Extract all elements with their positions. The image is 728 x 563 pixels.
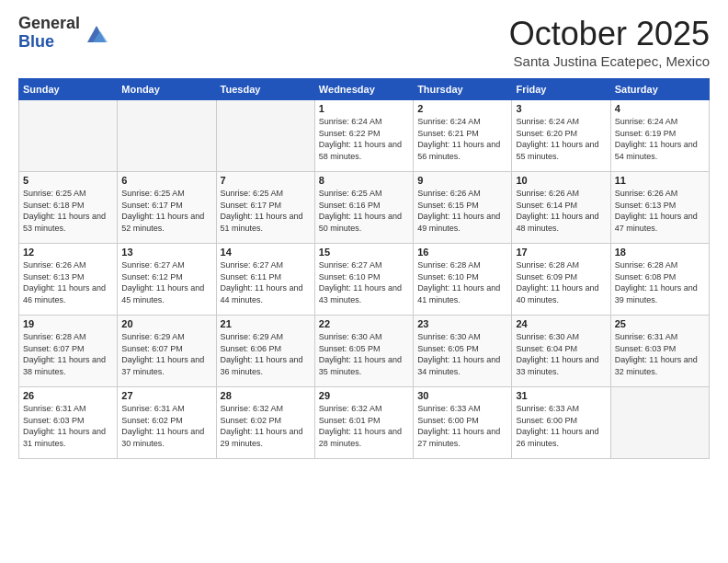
- day-cell: 18Sunrise: 6:28 AMSunset: 6:08 PMDayligh…: [610, 244, 709, 316]
- day-info: Sunrise: 6:25 AMSunset: 6:18 PMDaylight:…: [23, 189, 106, 233]
- day-number: 23: [417, 318, 507, 329]
- day-info: Sunrise: 6:31 AMSunset: 6:03 PMDaylight:…: [615, 332, 698, 376]
- day-number: 27: [121, 390, 211, 401]
- page: General Blue October 2025 Santa Justina …: [0, 0, 728, 563]
- day-cell: 25Sunrise: 6:31 AMSunset: 6:03 PMDayligh…: [610, 316, 709, 387]
- header-row: Sunday Monday Tuesday Wednesday Thursday…: [19, 79, 710, 100]
- day-number: 18: [615, 247, 705, 258]
- day-number: 16: [417, 247, 507, 258]
- day-number: 26: [23, 390, 113, 401]
- day-number: 21: [221, 318, 311, 329]
- week-row-2: 5Sunrise: 6:25 AMSunset: 6:18 PMDaylight…: [19, 172, 710, 244]
- day-cell: 15Sunrise: 6:27 AMSunset: 6:10 PMDayligh…: [314, 244, 413, 316]
- day-number: 31: [516, 390, 606, 401]
- location: Santa Justina Ecatepec, Mexico: [509, 53, 710, 69]
- day-cell: 31Sunrise: 6:33 AMSunset: 6:00 PMDayligh…: [512, 387, 610, 459]
- day-cell: 27Sunrise: 6:31 AMSunset: 6:02 PMDayligh…: [118, 387, 216, 459]
- day-info: Sunrise: 6:24 AMSunset: 6:22 PMDaylight:…: [319, 117, 402, 161]
- day-info: Sunrise: 6:25 AMSunset: 6:17 PMDaylight:…: [221, 189, 303, 233]
- day-cell: 24Sunrise: 6:30 AMSunset: 6:04 PMDayligh…: [512, 316, 610, 387]
- day-info: Sunrise: 6:28 AMSunset: 6:07 PMDaylight:…: [23, 332, 106, 376]
- day-number: 12: [23, 247, 113, 258]
- day-number: 17: [516, 247, 606, 258]
- day-info: Sunrise: 6:25 AMSunset: 6:16 PMDaylight:…: [319, 189, 402, 233]
- day-cell: 9Sunrise: 6:26 AMSunset: 6:15 PMDaylight…: [414, 172, 512, 244]
- col-wednesday: Wednesday: [314, 79, 413, 100]
- day-number: 4: [615, 103, 705, 114]
- day-number: 19: [23, 318, 113, 329]
- day-info: Sunrise: 6:24 AMSunset: 6:21 PMDaylight:…: [417, 117, 500, 161]
- title-area: October 2025 Santa Justina Ecatepec, Mex…: [509, 15, 710, 69]
- header: General Blue October 2025 Santa Justina …: [18, 15, 710, 69]
- day-info: Sunrise: 6:33 AMSunset: 6:00 PMDaylight:…: [417, 404, 500, 448]
- day-info: Sunrise: 6:26 AMSunset: 6:15 PMDaylight:…: [417, 189, 500, 233]
- day-number: 9: [417, 175, 507, 186]
- day-cell: 30Sunrise: 6:33 AMSunset: 6:00 PMDayligh…: [414, 387, 512, 459]
- day-cell: 5Sunrise: 6:25 AMSunset: 6:18 PMDaylight…: [19, 172, 118, 244]
- day-cell: 26Sunrise: 6:31 AMSunset: 6:03 PMDayligh…: [19, 387, 118, 459]
- day-info: Sunrise: 6:29 AMSunset: 6:06 PMDaylight:…: [221, 332, 303, 376]
- day-cell: 23Sunrise: 6:30 AMSunset: 6:05 PMDayligh…: [414, 316, 512, 387]
- day-number: 7: [221, 175, 311, 186]
- day-info: Sunrise: 6:31 AMSunset: 6:02 PMDaylight:…: [121, 404, 204, 448]
- day-number: 8: [319, 175, 409, 186]
- day-number: 13: [121, 247, 211, 258]
- logo-general-text: General: [18, 15, 80, 33]
- day-info: Sunrise: 6:28 AMSunset: 6:08 PMDaylight:…: [615, 260, 698, 304]
- day-number: 5: [23, 175, 113, 186]
- day-info: Sunrise: 6:27 AMSunset: 6:11 PMDaylight:…: [221, 260, 303, 304]
- day-cell: 17Sunrise: 6:28 AMSunset: 6:09 PMDayligh…: [512, 244, 610, 316]
- day-cell: 13Sunrise: 6:27 AMSunset: 6:12 PMDayligh…: [118, 244, 216, 316]
- day-number: 25: [615, 318, 705, 329]
- day-cell: 20Sunrise: 6:29 AMSunset: 6:07 PMDayligh…: [118, 316, 216, 387]
- day-info: Sunrise: 6:33 AMSunset: 6:00 PMDaylight:…: [516, 404, 598, 448]
- day-cell: 8Sunrise: 6:25 AMSunset: 6:16 PMDaylight…: [314, 172, 413, 244]
- day-info: Sunrise: 6:32 AMSunset: 6:01 PMDaylight:…: [319, 404, 402, 448]
- day-number: 3: [516, 103, 606, 114]
- day-cell: [118, 100, 216, 172]
- day-info: Sunrise: 6:28 AMSunset: 6:09 PMDaylight:…: [516, 260, 598, 304]
- day-cell: 22Sunrise: 6:30 AMSunset: 6:05 PMDayligh…: [314, 316, 413, 387]
- day-cell: 28Sunrise: 6:32 AMSunset: 6:02 PMDayligh…: [216, 387, 314, 459]
- day-info: Sunrise: 6:26 AMSunset: 6:14 PMDaylight:…: [516, 189, 598, 233]
- day-number: 11: [615, 175, 705, 186]
- col-friday: Friday: [512, 79, 610, 100]
- day-info: Sunrise: 6:29 AMSunset: 6:07 PMDaylight:…: [121, 332, 204, 376]
- col-monday: Monday: [118, 79, 216, 100]
- logo-icon: [84, 20, 109, 46]
- week-row-1: 1Sunrise: 6:24 AMSunset: 6:22 PMDaylight…: [19, 100, 710, 172]
- day-cell: 10Sunrise: 6:26 AMSunset: 6:14 PMDayligh…: [512, 172, 610, 244]
- day-cell: 3Sunrise: 6:24 AMSunset: 6:20 PMDaylight…: [512, 100, 610, 172]
- day-info: Sunrise: 6:27 AMSunset: 6:10 PMDaylight:…: [319, 260, 402, 304]
- day-cell: 1Sunrise: 6:24 AMSunset: 6:22 PMDaylight…: [314, 100, 413, 172]
- day-info: Sunrise: 6:24 AMSunset: 6:20 PMDaylight:…: [516, 117, 598, 161]
- col-tuesday: Tuesday: [216, 79, 314, 100]
- day-cell: 2Sunrise: 6:24 AMSunset: 6:21 PMDaylight…: [414, 100, 512, 172]
- logo: General Blue: [18, 15, 109, 52]
- day-cell: 4Sunrise: 6:24 AMSunset: 6:19 PMDaylight…: [610, 100, 709, 172]
- day-number: 14: [221, 247, 311, 258]
- col-saturday: Saturday: [610, 79, 709, 100]
- day-cell: 7Sunrise: 6:25 AMSunset: 6:17 PMDaylight…: [216, 172, 314, 244]
- day-info: Sunrise: 6:30 AMSunset: 6:05 PMDaylight:…: [417, 332, 500, 376]
- day-info: Sunrise: 6:31 AMSunset: 6:03 PMDaylight:…: [23, 404, 106, 448]
- day-cell: 16Sunrise: 6:28 AMSunset: 6:10 PMDayligh…: [414, 244, 512, 316]
- day-info: Sunrise: 6:26 AMSunset: 6:13 PMDaylight:…: [23, 260, 106, 304]
- week-row-3: 12Sunrise: 6:26 AMSunset: 6:13 PMDayligh…: [19, 244, 710, 316]
- day-info: Sunrise: 6:30 AMSunset: 6:04 PMDaylight:…: [516, 332, 598, 376]
- day-cell: 14Sunrise: 6:27 AMSunset: 6:11 PMDayligh…: [216, 244, 314, 316]
- day-number: 29: [319, 390, 409, 401]
- col-thursday: Thursday: [414, 79, 512, 100]
- day-number: 24: [516, 318, 606, 329]
- day-info: Sunrise: 6:32 AMSunset: 6:02 PMDaylight:…: [221, 404, 303, 448]
- day-number: 28: [221, 390, 311, 401]
- day-info: Sunrise: 6:26 AMSunset: 6:13 PMDaylight:…: [615, 189, 698, 233]
- day-cell: 12Sunrise: 6:26 AMSunset: 6:13 PMDayligh…: [19, 244, 118, 316]
- day-cell: [610, 387, 709, 459]
- day-cell: [216, 100, 314, 172]
- day-info: Sunrise: 6:30 AMSunset: 6:05 PMDaylight:…: [319, 332, 402, 376]
- day-cell: 21Sunrise: 6:29 AMSunset: 6:06 PMDayligh…: [216, 316, 314, 387]
- day-number: 1: [319, 103, 409, 114]
- day-number: 22: [319, 318, 409, 329]
- month-title: October 2025: [509, 15, 710, 53]
